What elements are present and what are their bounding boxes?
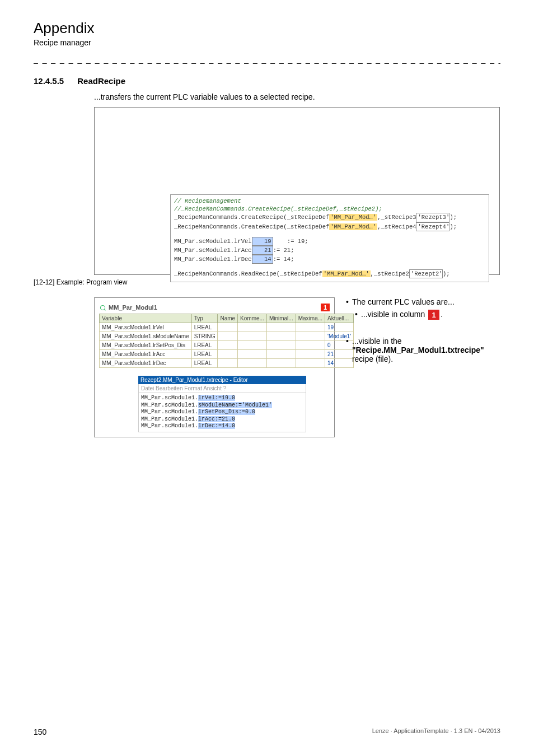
section-number: 12.4.5.5 [34, 76, 64, 86]
table-row[interactable]: MM_Par.scModule1.lrVelLREAL19 [100, 323, 354, 332]
editor-line: MM_Par.scModule1.lrVel:=19.0 [141, 395, 303, 402]
table-cell: MM_Par.scModule1.sModuleName [100, 332, 192, 341]
table-cell [218, 332, 238, 341]
table-cell [296, 350, 325, 359]
section-title: ReadRecipe [77, 76, 125, 86]
editor-body: MM_Par.scModule1.lrVel:=19.0 MM_Par.scMo… [138, 393, 306, 432]
section-heading: 12.4.5.5 ReadRecipe [34, 76, 500, 86]
table-cell [238, 341, 267, 350]
editor-line: MM_Par.scModule1.lrSetPos_Dis:=0.0 [141, 409, 303, 416]
table-cell [296, 341, 325, 350]
screenshot-frame: // Recipemanagement //_RecipeManCommands… [94, 107, 500, 275]
table-header[interactable]: Name [218, 314, 238, 323]
table-header-row: Variable Typ Name Komme... Minimal... Ma… [100, 314, 354, 323]
number-badge-icon: 1 [428, 310, 439, 320]
table-cell [238, 332, 267, 341]
code-line: MM_Par.scModule1.lrDec14:= 14; [174, 255, 485, 264]
code-comment: //_RecipeManCommands.CreateRecipe(_stRec… [174, 205, 485, 213]
code-comment: // Recipemanagement [174, 197, 485, 205]
doc-info: Lenze · ApplicationTemplate · 1.3 EN - 0… [372, 727, 500, 736]
text-editor-frame: Rezept2.MM_Par_Modul1.txtrecipe - Editor… [138, 376, 306, 432]
table-cell: LREAL [191, 359, 218, 368]
table-cell: LREAL [191, 350, 218, 359]
table-cell [218, 359, 238, 368]
tab-icon [99, 304, 106, 311]
table-cell: STRING [191, 332, 218, 341]
table-header[interactable]: Variable [100, 314, 192, 323]
code-line: MM_Par.scModule1.lrVel19 := 19; [174, 237, 485, 246]
table-cell: MM_Par.scModule1.lrVel [100, 323, 192, 332]
table-header[interactable]: Minimal... [266, 314, 296, 323]
table-cell [296, 323, 325, 332]
tab-bar: MM_Par_Modul1 1 [99, 304, 330, 311]
page-subtitle: Recipe manager [34, 38, 500, 47]
table-cell [218, 341, 238, 350]
table-row[interactable]: MM_Par.scModule1.lrSetPos_DisLREAL0 [100, 341, 354, 350]
editor-line: MM_Par.scModule1.lrAcc:=21.0 [141, 416, 303, 423]
editor-menubar[interactable]: Datei Bearbeiten Format Ansicht ? [138, 384, 306, 393]
recipe-table: Variable Typ Name Komme... Minimal... Ma… [99, 314, 354, 368]
table-cell [266, 323, 296, 332]
recipe-grid-frame: MM_Par_Modul1 1 Variable Typ Name Komme.… [94, 297, 335, 437]
code-line: _RecipeManCommands.ReadRecipe(_stRecipeD… [174, 269, 485, 278]
table-cell: MM_Par.scModule1.lrSetPos_Dis [100, 341, 192, 350]
table-cell [296, 332, 325, 341]
table-header[interactable]: Maxima... [296, 314, 325, 323]
table-header[interactable]: Typ [191, 314, 218, 323]
divider-line: _ _ _ _ _ _ _ _ _ _ _ _ _ _ _ _ _ _ _ _ … [34, 55, 500, 64]
table-cell [266, 359, 296, 368]
table-cell [238, 350, 267, 359]
code-line: _RecipeManCommands.CreateRecipe(_stRecip… [174, 222, 485, 231]
table-cell [238, 359, 267, 368]
editor-line: MM_Par.scModule1.lrDec:=14.0 [141, 423, 303, 430]
table-cell: LREAL [191, 341, 218, 350]
list-item: The current PLC values are... [346, 297, 500, 306]
section-description: ...transfers the current PLC variable va… [94, 92, 500, 101]
code-editor-panel: // Recipemanagement //_RecipeManCommands… [170, 194, 489, 282]
list-item: ...visible in column 1. [355, 310, 500, 320]
page-number: 150 [34, 727, 46, 736]
table-row[interactable]: MM_Par.scModule1.sModuleNameSTRING'Modul… [100, 332, 354, 341]
code-line: MM_Par.scModule1.lrAcc21:= 21; [174, 246, 485, 255]
code-line: _RecipeManCommands.CreateRecipe(_stRecip… [174, 213, 485, 222]
table-cell: LREAL [191, 323, 218, 332]
table-cell: MM_Par.scModule1.lrAcc [100, 350, 192, 359]
badge-icon: 1 [321, 304, 330, 311]
table-header[interactable]: Komme... [238, 314, 267, 323]
table-cell [238, 323, 267, 332]
table-cell [218, 323, 238, 332]
editor-line: MM_Par.scModule1.sModuleName:='Module1' [141, 402, 303, 409]
page-footer: 150 Lenze · ApplicationTemplate · 1.3 EN… [34, 727, 500, 736]
table-cell [296, 359, 325, 368]
table-row[interactable]: MM_Par.scModule1.lrAccLREAL21 [100, 350, 354, 359]
table-row[interactable]: MM_Par.scModule1.lrDecLREAL14 [100, 359, 354, 368]
table-cell [266, 332, 296, 341]
explanation-bullets: The current PLC values are... ...visible… [346, 297, 500, 367]
table-cell [266, 341, 296, 350]
table-cell: MM_Par.scModule1.lrDec [100, 359, 192, 368]
page-title: Appendix [34, 20, 500, 37]
editor-titlebar: Rezept2.MM_Par_Modul1.txtrecipe - Editor [138, 376, 306, 384]
table-cell [218, 350, 238, 359]
list-item: ...visible in the "Recipe.MM_Par_Modul1.… [346, 337, 500, 363]
tab-label[interactable]: MM_Par_Modul1 [109, 304, 157, 311]
table-cell [266, 350, 296, 359]
